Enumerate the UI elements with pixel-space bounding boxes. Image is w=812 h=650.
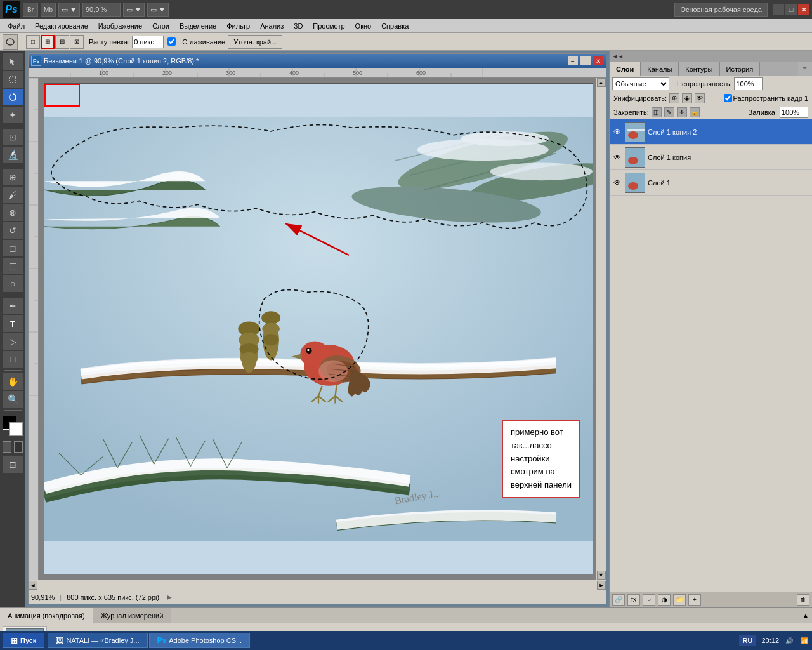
menu-layers[interactable]: Слои — [147, 21, 174, 31]
lasso-tool-icon[interactable] — [3, 34, 18, 50]
maximize-button[interactable]: □ — [785, 4, 797, 15]
brush-tool[interactable]: 🖌 — [3, 187, 23, 203]
blend-mode-select[interactable]: Обычные Умножение Экран — [612, 77, 669, 90]
menu-view[interactable]: Просмотр — [308, 21, 350, 31]
pen-tool[interactable]: ✒ — [3, 298, 23, 314]
canvas-maximize-btn[interactable]: □ — [580, 56, 591, 65]
unify-style-btn[interactable]: ◈ — [682, 93, 692, 103]
menu-help[interactable]: Справка — [376, 21, 414, 31]
tab-layers[interactable]: Слои — [610, 62, 641, 76]
menu-analyze[interactable]: Анализ — [255, 21, 289, 31]
scroll-right[interactable]: ▲ ▼ — [596, 78, 606, 580]
eyedropper-tool[interactable]: 🔬 — [3, 147, 23, 163]
spot-heal-tool[interactable]: ⊕ — [3, 169, 23, 185]
lock-all-btn[interactable]: 🔒 — [690, 107, 700, 117]
screen-mode-btn[interactable]: ⊟ — [3, 456, 23, 473]
taskbar-natali[interactable]: 🖼 NATALI — «Bradley J... — [48, 633, 147, 648]
tool-preset-dropdown[interactable]: ▭ ▼ — [123, 3, 145, 17]
lock-transparent-btn[interactable]: ◫ — [652, 107, 662, 117]
fill-input[interactable] — [780, 107, 808, 118]
text-tool[interactable]: T — [3, 315, 23, 332]
menu-image[interactable]: Изображение — [93, 21, 147, 31]
tab-measurements[interactable]: Журнал измерений — [93, 608, 172, 623]
link-layers-btn[interactable]: 🔗 — [612, 594, 625, 606]
shape-tool[interactable]: □ — [3, 351, 23, 368]
layer-mask-btn[interactable]: ○ — [643, 594, 655, 606]
lock-pixel-btn[interactable]: ✎ — [664, 107, 674, 117]
menu-file[interactable]: Файл — [3, 21, 30, 31]
tab-history[interactable]: История — [720, 62, 761, 76]
eraser-tool[interactable]: ◻ — [3, 240, 23, 256]
close-button[interactable]: ✕ — [798, 4, 809, 15]
tab-paths[interactable]: Контуры — [679, 62, 719, 76]
add-selection-btn[interactable]: ⊞ — [41, 35, 55, 49]
workspace-button[interactable]: Основная рабочая среда — [674, 3, 768, 17]
canvas-image-wrapper[interactable]: Bradley J... — [39, 78, 606, 580]
tool-preset2-dropdown[interactable]: ▭ ▼ — [147, 3, 169, 17]
subtract-selection-btn[interactable]: ⊟ — [55, 35, 69, 49]
color-boxes[interactable] — [3, 416, 23, 436]
history-brush-tool[interactable]: ↺ — [3, 222, 23, 239]
scroll-left-btn[interactable]: ◄ — [29, 581, 37, 590]
propagate-check[interactable]: Распространить кадр 1 — [724, 94, 808, 102]
scroll-right-btn[interactable]: ► — [597, 581, 606, 590]
crop-tool[interactable]: ⊡ — [3, 129, 23, 145]
menu-3d[interactable]: 3D — [289, 21, 308, 31]
standard-mode-btn[interactable] — [3, 441, 11, 453]
minimize-button[interactable]: − — [773, 4, 784, 15]
path-select-tool[interactable]: ▷ — [3, 333, 23, 350]
smooth-checkbox[interactable] — [167, 37, 176, 46]
new-selection-btn[interactable]: □ — [26, 35, 40, 49]
arrow-tool[interactable] — [3, 53, 23, 70]
layer-item-0[interactable]: 👁 Слой 1 копия 2 — [610, 119, 812, 145]
bottom-panel-collapse-btn[interactable]: ▲ — [799, 608, 812, 623]
start-button[interactable]: ⊞ Пуск — [3, 633, 44, 648]
unify-vis-btn[interactable]: 👁 — [695, 93, 705, 103]
panel-collapse-btn[interactable]: ≡ — [798, 62, 812, 76]
unify-pos-btn[interactable]: ⊕ — [669, 93, 679, 103]
menu-window[interactable]: Окно — [350, 21, 377, 31]
quick-mask-btn[interactable] — [14, 441, 23, 453]
lasso-tool[interactable] — [3, 89, 23, 105]
mb-icon[interactable]: Mb — [41, 3, 56, 17]
zoom-tool[interactable]: 🔍 — [3, 391, 23, 408]
canvas-scroll-bottom[interactable]: ◄ ► — [29, 580, 606, 590]
layer-eye-0[interactable]: 👁 — [612, 127, 622, 137]
new-layer-btn[interactable]: + — [688, 594, 701, 606]
volume-icon[interactable]: 🔊 — [784, 635, 794, 646]
refine-edge-button[interactable]: Уточн. край... — [228, 35, 282, 49]
group-layer-btn[interactable]: 📁 — [673, 594, 686, 606]
feather-input[interactable] — [132, 36, 164, 48]
lock-move-btn[interactable]: ✛ — [677, 107, 687, 117]
adjustment-layer-btn[interactable]: ◑ — [658, 594, 671, 606]
stamp-tool[interactable]: ⊗ — [3, 204, 23, 221]
marquee-tool[interactable] — [3, 71, 23, 88]
scroll-down-btn[interactable]: ▼ — [597, 571, 606, 580]
layer-eye-2[interactable]: 👁 — [612, 178, 622, 188]
tab-animation[interactable]: Анимация (покадровая) — [0, 608, 93, 623]
menu-edit[interactable]: Редактирование — [30, 21, 93, 31]
opacity-input[interactable] — [734, 77, 763, 90]
layer-item-1[interactable]: 👁 Слой 1 копия — [610, 145, 812, 170]
background-color[interactable] — [9, 422, 23, 436]
layer-style-btn[interactable]: fx — [627, 594, 640, 606]
menu-filter[interactable]: Фильтр — [221, 21, 255, 31]
layer-eye-1[interactable]: 👁 — [612, 152, 622, 162]
delete-layer-btn[interactable]: 🗑 — [797, 594, 809, 606]
canvas-close-btn[interactable]: ✕ — [593, 56, 603, 65]
layer-item-2[interactable]: 👁 Слой 1 — [610, 170, 812, 196]
tab-channels[interactable]: Каналы — [641, 62, 679, 76]
canvas-minimize-btn[interactable]: − — [568, 56, 578, 65]
network-icon[interactable]: 📶 — [799, 635, 809, 646]
magic-wand-tool[interactable]: ✦ — [3, 107, 23, 123]
dodge-tool[interactable]: ○ — [3, 275, 23, 292]
intersect-selection-btn[interactable]: ⊠ — [70, 35, 84, 49]
gradient-tool[interactable]: ◫ — [3, 258, 23, 274]
brush-preset-dropdown[interactable]: ▭ ▼ — [58, 3, 80, 17]
taskbar-photoshop[interactable]: Ps Adobe Photoshop CS... — [149, 633, 251, 648]
zoom-dropdown[interactable]: 90,9 % — [82, 3, 121, 17]
br-icon[interactable]: Br — [23, 3, 38, 17]
menu-select[interactable]: Выделение — [174, 21, 221, 31]
scroll-up-btn[interactable]: ▲ — [597, 78, 606, 87]
hand-tool[interactable]: ✋ — [3, 373, 23, 390]
